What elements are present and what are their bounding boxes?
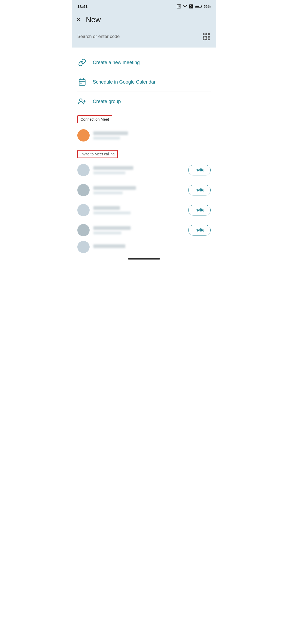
- home-indicator: [128, 258, 160, 260]
- create-group-label: Create group: [93, 99, 121, 104]
- bottom-nav: [72, 254, 216, 263]
- connect-on-meet-section: Connect on Meet Invite to Meet calling I…: [72, 115, 216, 254]
- search-bar: Search or enter code: [72, 29, 216, 48]
- schedule-calendar-label: Schedule in Google Calendar: [93, 79, 155, 85]
- avatar-5: [77, 224, 90, 236]
- status-bar: 13:41 56%: [72, 0, 216, 12]
- contact-info-5: [93, 226, 185, 234]
- contact-name-blurred-1: [93, 131, 128, 135]
- contact-sub-blurred-5: [93, 231, 121, 234]
- invite-contact-item-1[interactable]: Invite: [77, 160, 211, 180]
- battery-percent: 56%: [204, 5, 211, 9]
- status-time: 13:41: [77, 4, 87, 9]
- status-icons: 56%: [177, 4, 211, 9]
- contact-info-1: [93, 131, 211, 140]
- invite-contact-item-5[interactable]: Invite: [77, 240, 211, 254]
- avatar-6: [77, 241, 90, 253]
- connect-contact-item-1[interactable]: [77, 125, 211, 145]
- svg-point-1: [185, 8, 185, 8]
- avatar-2: [77, 164, 90, 176]
- contact-info-3: [93, 186, 185, 194]
- search-placeholder: Search or enter code: [77, 34, 120, 39]
- close-button[interactable]: ✕: [76, 16, 81, 23]
- link-icon: [77, 58, 87, 67]
- contact-sub-blurred-3: [93, 191, 123, 194]
- contact-sub-blurred-1: [93, 137, 120, 140]
- contact-name-blurred-4: [93, 206, 120, 210]
- contact-sub-blurred-4: [93, 211, 131, 214]
- nfc-icon: [177, 4, 181, 9]
- svg-rect-5: [195, 6, 199, 7]
- grid-dots-icon: [203, 33, 210, 40]
- svg-rect-6: [79, 79, 85, 85]
- battery-icon: [195, 5, 202, 8]
- invite-contact-item-4[interactable]: Invite: [77, 220, 211, 240]
- calendar-icon: [77, 77, 87, 87]
- group-add-icon: [77, 97, 87, 106]
- contact-name-blurred-3: [93, 186, 136, 190]
- invite-button-2[interactable]: Invite: [188, 185, 211, 195]
- connect-on-meet-header: Connect on Meet: [77, 115, 112, 123]
- contact-info-6: [93, 244, 185, 250]
- invite-button-3[interactable]: Invite: [188, 205, 211, 215]
- search-input-wrapper[interactable]: Search or enter code: [77, 34, 199, 39]
- invite-button-4[interactable]: Invite: [188, 225, 211, 235]
- svg-point-8: [79, 99, 82, 101]
- contact-sub-blurred-2: [93, 171, 125, 174]
- contact-name-blurred-6: [93, 244, 125, 248]
- contact-name-blurred-2: [93, 166, 133, 170]
- main-content: Create a new meeting Schedule in Google …: [72, 48, 216, 111]
- avatar-3: [77, 184, 90, 196]
- svg-rect-4: [201, 6, 202, 7]
- invite-contact-item-3[interactable]: Invite: [77, 200, 211, 220]
- app-header: ✕ New: [72, 12, 216, 29]
- grid-button[interactable]: [202, 32, 211, 41]
- create-meeting-item[interactable]: Create a new meeting: [77, 53, 211, 72]
- avatar-1: [77, 129, 90, 142]
- invite-contact-item-2[interactable]: Invite: [77, 180, 211, 200]
- schedule-calendar-item[interactable]: Schedule in Google Calendar: [77, 72, 211, 92]
- contact-info-2: [93, 166, 185, 174]
- x-signal-icon: [189, 4, 194, 9]
- page-title: New: [86, 15, 101, 24]
- contact-info-4: [93, 206, 185, 214]
- create-meeting-label: Create a new meeting: [93, 60, 140, 65]
- avatar-4: [77, 204, 90, 216]
- invite-button-1[interactable]: Invite: [188, 165, 211, 175]
- create-group-item[interactable]: Create group: [77, 92, 211, 111]
- svg-rect-7: [81, 83, 82, 84]
- invite-to-meet-header: Invite to Meet calling: [77, 150, 118, 158]
- contact-name-blurred-5: [93, 226, 131, 230]
- wifi-icon: [183, 5, 187, 8]
